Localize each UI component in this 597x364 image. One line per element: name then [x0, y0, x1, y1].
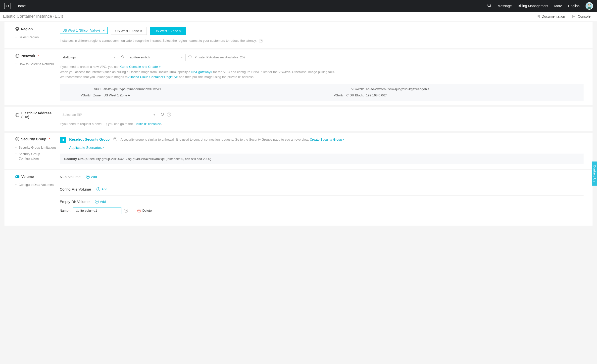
add-config-file-button[interactable]: + Add: [97, 187, 107, 191]
avatar[interactable]: [586, 2, 593, 10]
vswitch-zone-value: US West 1 Zone A: [103, 93, 130, 97]
vswitch-refresh-icon[interactable]: [188, 55, 192, 60]
region-hint: Instances in different regions cannot co…: [60, 39, 257, 42]
vpc-value: ab-lto-vpc / vpc-rj9nabonrunnhw10wrkr1: [103, 87, 161, 91]
svg-rect-18: [15, 175, 19, 178]
nav-language[interactable]: English: [568, 4, 580, 8]
console-link[interactable]: Console: [569, 12, 594, 21]
vpc-refresh-icon[interactable]: [121, 55, 125, 60]
zone-b-button[interactable]: US West 1 Zone B: [111, 27, 147, 35]
svg-point-19: [16, 176, 17, 177]
vswitch-value: ab-lto-vswitch / vsw-rj9qgz8b2kgz2eahgeh…: [366, 87, 429, 91]
eip-title: Elastic IP Address (EIP): [21, 111, 60, 119]
add-nfs-button[interactable]: + Add: [86, 175, 97, 179]
vswitch-select[interactable]: ab-lto-vswitch ▾: [127, 54, 186, 61]
reselect-sg-link[interactable]: Reselect Security Group: [69, 137, 110, 141]
vpc-select[interactable]: ab-lto-vpc ▾: [60, 54, 118, 61]
help-icon[interactable]: ?: [124, 209, 128, 213]
private-ip-available: Private IP Addresses Available: 252,: [195, 55, 246, 59]
network-card: Network * How to Select a Network ab-lto…: [4, 49, 593, 105]
security-group-card: Security Group * Security Group Limitati…: [4, 133, 593, 169]
sg-configurations-link[interactable]: Security Group Configurations: [19, 152, 60, 161]
caret-down-icon: ▾: [114, 55, 115, 59]
volume-name-input[interactable]: [73, 207, 121, 214]
network-title: Network: [21, 54, 35, 58]
config-file-volume-label: Config File Volume: [60, 187, 91, 191]
add-empty-dir-button[interactable]: + Add: [95, 200, 106, 203]
documentation-link[interactable]: Documentation: [533, 12, 568, 21]
go-to-console-link[interactable]: Go to Console and Create >: [120, 65, 161, 69]
plus-icon: +: [97, 187, 100, 191]
svg-point-5: [590, 5, 590, 5]
region-title: Region: [21, 27, 33, 31]
sub-header: Elastic Container Instance (ECI) Documen…: [0, 12, 597, 21]
svg-point-11: [16, 28, 18, 29]
search-icon[interactable]: [487, 3, 492, 8]
vswitch-cidr-value: 192.168.0.0/24: [366, 93, 388, 97]
create-sg-link[interactable]: Create Security Group>: [310, 138, 344, 141]
nat-gateway-link[interactable]: NAT gateway>: [191, 70, 212, 74]
configure-volumes-link[interactable]: Configure Data Volumes: [19, 183, 54, 187]
volume-icon: [15, 175, 19, 178]
globe-icon: [15, 113, 19, 117]
eip-console-link[interactable]: Elastic IP console>: [134, 122, 161, 126]
page-title: Elastic Container Instance (ECI): [3, 14, 63, 19]
nav-billing[interactable]: Billing Management: [518, 4, 548, 8]
nav-more[interactable]: More: [554, 4, 562, 8]
help-icon[interactable]: ?: [113, 137, 117, 141]
eip-card: Elastic IP Address (EIP) Select an EIP ▾…: [4, 107, 593, 131]
name-label: Name: [60, 209, 68, 212]
caret-down-icon: ▾: [153, 113, 155, 117]
volume-card: Volume Configure Data Volumes NFS Volume…: [4, 170, 593, 226]
plus-icon: +: [95, 200, 99, 203]
network-info-box: VPC:ab-lto-vpc / vpc-rj9nabonrunnhw10wrk…: [60, 84, 584, 101]
applicable-scenarios-link[interactable]: Applicable Scenarios>: [69, 146, 104, 150]
svg-line-1: [490, 6, 491, 7]
sg-grid-icon[interactable]: [60, 137, 66, 143]
region-selected-label: US West 1 (Silicon Valley): [62, 29, 100, 32]
sg-title: Security Group: [21, 137, 46, 141]
delete-volume-button[interactable]: Delete: [137, 209, 152, 212]
select-region-link[interactable]: Select Region: [19, 35, 39, 40]
help-icon[interactable]: ?: [167, 113, 171, 117]
globe-icon: [15, 54, 19, 58]
console-icon: [572, 15, 576, 18]
nfs-volume-label: NFS Volume: [60, 175, 81, 179]
console-label: Console: [578, 14, 591, 18]
shield-icon: [15, 137, 19, 141]
volume-title: Volume: [21, 175, 34, 179]
empty-dir-volume-label: Empty Dir Volume: [60, 200, 90, 204]
svg-point-4: [589, 5, 589, 5]
container-registry-link[interactable]: Alibaba Cloud Container Registry>: [128, 75, 178, 79]
nav-message[interactable]: Message: [498, 4, 512, 8]
sg-info-box: Security Group: security-group-20190420 …: [60, 154, 584, 164]
svg-point-0: [488, 4, 491, 7]
region-card: Region Select Region US West 1 (Silicon …: [4, 22, 593, 48]
document-icon: [537, 15, 540, 18]
contact-us-tab[interactable]: Contact Us: [592, 162, 597, 186]
nav-home[interactable]: Home: [16, 4, 26, 8]
vpc-select-value: ab-lto-vpc: [62, 55, 77, 59]
location-icon: [15, 27, 19, 31]
eip-refresh-icon[interactable]: [160, 112, 164, 117]
vswitch-select-value: ab-lto-vswitch: [130, 55, 149, 59]
plus-icon: +: [86, 175, 90, 179]
how-to-select-network-link[interactable]: How to Select a Network: [19, 62, 54, 66]
logo[interactable]: [4, 3, 10, 9]
help-icon[interactable]: ?: [259, 39, 263, 43]
region-dropdown[interactable]: US West 1 (Silicon Valley): [60, 27, 108, 34]
chevron-down-icon: [102, 30, 105, 31]
caret-down-icon: ▾: [181, 55, 183, 59]
sg-value: security-group-20190420 / sg-rj9493sn4xh…: [90, 157, 211, 161]
eip-select[interactable]: Select an EIP ▾: [60, 111, 158, 118]
eip-placeholder: Select an EIP: [62, 113, 82, 117]
documentation-label: Documentation: [542, 14, 565, 18]
minus-icon: [137, 209, 141, 212]
top-nav: Home Message Billing Management More Eng…: [0, 0, 597, 12]
zone-a-button[interactable]: US West 1 Zone A: [150, 27, 186, 35]
sg-limitations-link[interactable]: Security Group Limitations: [19, 145, 56, 150]
